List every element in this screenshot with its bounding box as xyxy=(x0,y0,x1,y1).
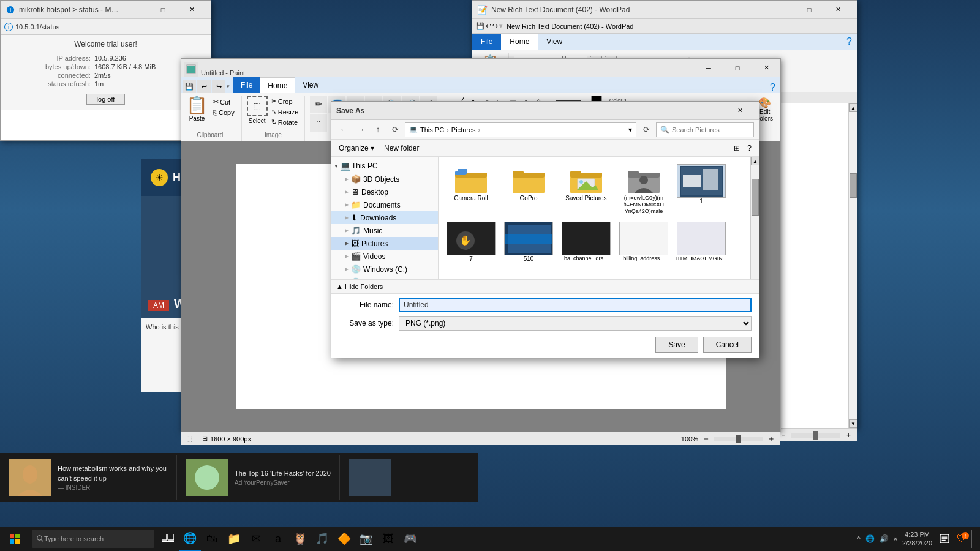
saveas-scroll-thumb[interactable] xyxy=(752,179,759,216)
saveas-breadcrumb[interactable]: 💻 This PC › Pictures › ▾ xyxy=(405,122,636,137)
wordpad-zoom-out[interactable]: － xyxy=(780,430,786,440)
saveas-filename-input[interactable] xyxy=(399,298,752,312)
news-item-3[interactable] xyxy=(340,455,400,500)
file-html[interactable]: HTMLIMAGEMGIN... xyxy=(674,219,729,264)
wordpad-zoom-slider[interactable] xyxy=(791,433,840,438)
pencil-tool[interactable]: ✏ xyxy=(310,96,327,113)
news-item-2[interactable]: The Top 16 'Life Hacks' for 2020 Ad Your… xyxy=(177,455,340,500)
desktop-show-btn[interactable] xyxy=(971,530,975,548)
taskbar-tripadvisor-btn[interactable]: 🦉 xyxy=(289,527,311,551)
paint-zoom-slider[interactable] xyxy=(714,437,763,441)
taskbar-clock[interactable]: 4:23 PM 2/28/2020 xyxy=(902,530,932,548)
spray-tool[interactable]: ∷ xyxy=(310,114,327,132)
saveas-refresh-btn[interactable]: ⟳ xyxy=(388,122,402,137)
paint-zoom-in-btn[interactable]: ＋ xyxy=(767,433,775,444)
wordpad-tab-home[interactable]: Home xyxy=(501,34,538,50)
news-item-1[interactable]: How metabolism works and why you can't s… xyxy=(0,455,177,500)
paint-help-btn[interactable]: ? xyxy=(765,82,780,93)
saveas-save-btn[interactable]: Save xyxy=(655,337,698,353)
saveas-organize-btn[interactable]: Organize ▾ xyxy=(336,143,377,154)
saveas-view-btn[interactable]: ⊞ xyxy=(731,143,742,154)
file-gopro[interactable]: GoPro xyxy=(501,162,556,217)
paint-quick-save[interactable]: 💾 xyxy=(183,80,196,93)
paint-qat-dropdown[interactable]: ▾ xyxy=(227,83,230,89)
taskbar-photos-btn[interactable]: 🖼 xyxy=(377,527,399,551)
paint-quick-redo[interactable]: ↪ xyxy=(212,80,225,93)
file-thumb-7[interactable]: ✋ 7 xyxy=(443,219,499,264)
saveas-close-btn[interactable]: ✕ xyxy=(726,102,754,120)
paint-resize-btn[interactable]: ⤡Resize xyxy=(270,107,300,116)
scroll-track[interactable] xyxy=(849,112,857,419)
task-view-btn[interactable] xyxy=(157,527,179,551)
file-saved-pictures[interactable]: Saved Pictures xyxy=(559,162,614,217)
taskbar-explorer-btn[interactable]: 📁 xyxy=(223,527,245,551)
file-thumb-1[interactable]: 1 xyxy=(674,162,729,217)
sidebar-pictures[interactable]: ▶ 🖼 Pictures xyxy=(331,237,438,250)
wordpad-zoom-in[interactable]: ＋ xyxy=(845,430,852,440)
file-thumb-510[interactable]: 510 xyxy=(501,219,556,264)
mikrotik-maximize-btn[interactable]: □ xyxy=(149,1,177,19)
sidebar-music[interactable]: ▶ 🎵 Music xyxy=(331,224,438,237)
file-billing[interactable]: billing_address... xyxy=(616,219,671,264)
action-center-btn[interactable] xyxy=(937,527,952,551)
start-button[interactable] xyxy=(0,527,29,551)
mikrotik-minimize-btn[interactable]: ─ xyxy=(120,1,148,19)
mikrotik-titlebar[interactable]: i mikrotik hotspot > status - Microsoft … xyxy=(1,1,211,19)
wordpad-close[interactable]: ✕ xyxy=(824,1,852,19)
saveas-cancel-btn[interactable]: Cancel xyxy=(703,337,752,353)
saveas-up-btn[interactable]: ↑ xyxy=(371,122,385,137)
taskbar-search-box[interactable]: Type here to search xyxy=(32,530,154,548)
saveas-back-btn[interactable]: ← xyxy=(336,122,351,137)
tray-volume[interactable]: 🔊 xyxy=(880,534,889,543)
taskbar-camera-btn[interactable]: 📷 xyxy=(355,527,377,551)
sidebar-c-drive[interactable]: ▶ 💿 Windows (C:) xyxy=(331,263,438,276)
saveas-forward-btn[interactable]: → xyxy=(353,122,368,137)
sidebar-desktop[interactable]: ▶ 🖥 Desktop xyxy=(331,186,438,198)
taskbar-ie-btn[interactable]: 🌐 xyxy=(179,527,201,551)
paint-tab-view[interactable]: View xyxy=(295,77,326,93)
paint-tab-home[interactable]: Home xyxy=(260,77,295,93)
wordpad-tab-file[interactable]: File xyxy=(472,34,501,50)
sidebar-videos[interactable]: ▶ 🎬 Videos xyxy=(331,250,438,263)
taskbar-unknown-btn[interactable]: 🎮 xyxy=(399,527,421,551)
file-camera-roll[interactable]: Camera Roll xyxy=(443,162,499,217)
paint-max[interactable]: □ xyxy=(723,59,752,77)
scroll-thumb[interactable] xyxy=(850,173,857,198)
saveas-help2-btn[interactable]: ? xyxy=(745,143,754,154)
scroll-up-btn[interactable]: ▲ xyxy=(849,103,857,112)
breadcrumb-dropdown[interactable]: ▾ xyxy=(628,126,632,134)
file-ba-channel[interactable]: ba_channel_dra... xyxy=(559,219,614,264)
mikrotik-close-btn[interactable]: ✕ xyxy=(178,1,206,19)
wordpad-titlebar[interactable]: 📝 New Rich Text Document (402) - WordPad… xyxy=(472,1,857,19)
paint-select-btn[interactable]: ⬚ Select xyxy=(247,96,268,124)
sidebar-this-pc[interactable]: ▼ 💻 This PC xyxy=(331,159,438,173)
saveas-search-input[interactable] xyxy=(672,126,756,133)
mikrotik-logoff-btn[interactable]: log off xyxy=(86,94,126,105)
sidebar-documents[interactable]: ▶ 📁 Documents xyxy=(331,198,438,211)
paint-min[interactable]: ─ xyxy=(695,59,723,77)
taskbar-itunes-btn[interactable]: 🎵 xyxy=(311,527,333,551)
sidebar-downloads[interactable]: ▶ ⬇ Downloads xyxy=(331,211,438,224)
tray-network[interactable]: 🌐 xyxy=(865,534,875,543)
paint-zoom-out-btn[interactable]: － xyxy=(702,433,710,444)
wordpad-scrollbar[interactable]: ▲ ▼ xyxy=(848,103,857,428)
wordpad-max[interactable]: □ xyxy=(795,1,823,19)
paint-copy-btn[interactable]: ⎘Copy xyxy=(211,108,236,118)
scroll-down-btn[interactable]: ▼ xyxy=(849,419,857,428)
paint-quick-undo[interactable]: ↩ xyxy=(197,80,211,93)
paint-close[interactable]: ✕ xyxy=(752,59,780,77)
wordpad-tab-view[interactable]: View xyxy=(538,34,571,50)
paint-cut-btn[interactable]: ✂Cut xyxy=(211,97,236,107)
taskbar-amazon-btn[interactable]: a xyxy=(267,527,289,551)
saveas-type-select[interactable]: PNG (*.png) xyxy=(399,316,752,331)
paint-tab-file[interactable]: File xyxy=(233,77,260,93)
saveas-hide-folders-btn[interactable]: ▲ Hide Folders xyxy=(331,279,759,294)
tray-battery-missing[interactable]: × xyxy=(894,535,897,542)
sidebar-3d-objects[interactable]: ▶ 📦 3D Objects xyxy=(331,173,438,186)
paint-crop-btn[interactable]: ✂Crop xyxy=(270,97,300,106)
file-mewl[interactable]: (m=ewlLG0y)(mh=FMNOM0cXHYnQa42O)male xyxy=(616,162,671,217)
wordpad-min[interactable]: ─ xyxy=(766,1,794,19)
paint-rotate-btn[interactable]: ↻Rotate xyxy=(270,118,300,127)
taskbar-kaspersky-icon[interactable]: 🛡 ! xyxy=(957,533,967,544)
taskbar-mail-btn[interactable]: ✉ xyxy=(245,527,267,551)
